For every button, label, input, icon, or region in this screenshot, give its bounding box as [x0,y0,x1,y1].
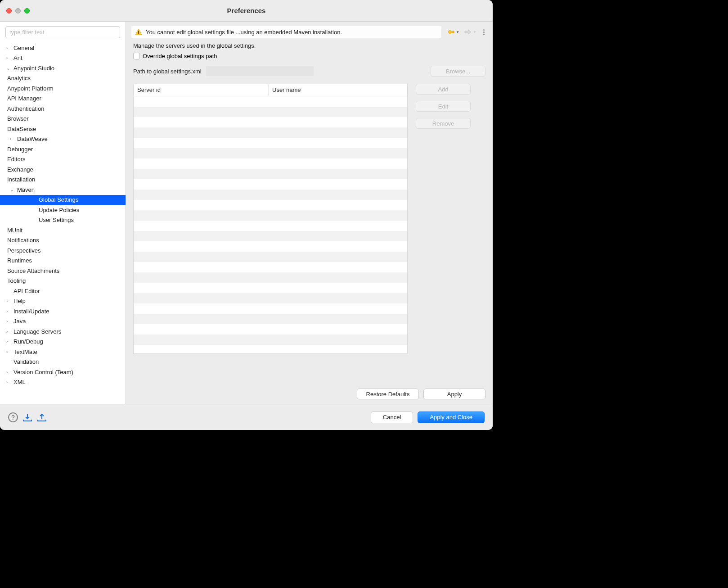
tree-anypoint-platform[interactable]: Anypoint Platform [0,83,126,94]
table-row[interactable] [134,210,407,221]
close-window-button[interactable] [6,8,12,14]
tree-install-update[interactable]: ›Install/Update [0,306,126,317]
table-row[interactable] [134,127,407,138]
sidebar: ›General ›Ant ⌄Anypoint Studio Analytics… [0,22,126,404]
tree-validation[interactable]: Validation [0,357,126,367]
preferences-tree[interactable]: ›General ›Ant ⌄Anypoint Studio Analytics… [0,42,126,404]
tree-tooling[interactable]: Tooling [0,276,126,286]
tree-label: Language Servers [13,328,61,335]
table-row[interactable] [134,335,407,345]
table-row[interactable] [134,96,407,107]
table-row[interactable] [134,283,407,293]
tree-source-attachments[interactable]: Source Attachments [0,266,126,276]
footer: ? Cancel Apply and Close [0,404,493,430]
restore-defaults-button[interactable]: Restore Defaults [357,389,419,399]
tree-dataweave[interactable]: ›DataWeave [0,134,126,145]
tree-installation[interactable]: Installation [0,175,126,185]
tree-textmate[interactable]: ›TextMate [0,347,126,357]
chevron-down-icon[interactable]: ⌄ [6,66,13,71]
table-area: Server id User name [133,84,485,384]
table-row[interactable] [134,158,407,169]
tree-xml[interactable]: ›XML [0,377,126,388]
help-icon[interactable]: ? [8,412,18,422]
tree-munit[interactable]: MUnit [0,225,126,235]
content: Manage the servers used in the global se… [126,42,493,404]
table-row[interactable] [134,314,407,324]
col-user-name[interactable]: User name [269,84,407,96]
table-row[interactable] [134,262,407,272]
tree-runtimes[interactable]: Runtimes [0,256,126,266]
table-row[interactable] [134,241,407,252]
svg-rect-0 [138,31,139,33]
tree-notifications[interactable]: Notifications [0,235,126,246]
export-icon[interactable] [37,413,47,421]
tree-analytics[interactable]: Analytics [0,73,126,84]
tree-api-editor[interactable]: API Editor [0,286,126,296]
tree-label: XML [13,379,26,385]
tree-anypoint-studio[interactable]: ⌄Anypoint Studio [0,63,126,73]
col-server-id[interactable]: Server id [134,84,269,96]
tree-label: Help [13,298,26,304]
table-row[interactable] [134,221,407,231]
tree-java[interactable]: ›Java [0,317,126,327]
tree-maven[interactable]: ⌄Maven [0,185,126,195]
table-row[interactable] [134,293,407,303]
remove-button[interactable]: Remove [416,118,471,129]
tree-version-control[interactable]: ›Version Control (Team) [0,367,126,377]
tree-help[interactable]: ›Help [0,296,126,307]
filter-input[interactable] [5,26,120,38]
table-row[interactable] [134,231,407,241]
tree-editors[interactable]: Editors [0,154,126,165]
tree-global-settings[interactable]: Global Settings [0,195,126,205]
tree-general[interactable]: ›General [0,43,126,53]
tree-ant[interactable]: ›Ant [0,53,126,63]
tree-debugger[interactable]: Debugger [0,144,126,154]
zoom-window-button[interactable] [24,8,30,14]
table-row[interactable] [134,138,407,148]
apply-button[interactable]: Apply [423,389,485,399]
table-row[interactable] [134,179,407,190]
table-row[interactable] [134,303,407,314]
back-button[interactable]: ▼ [446,29,460,35]
tree-perspectives[interactable]: Perspectives [0,245,126,256]
override-checkbox[interactable] [133,53,140,59]
table-row[interactable] [134,117,407,127]
description: Manage the servers used in the global se… [133,42,485,49]
tree-datasense[interactable]: DataSense [0,124,126,134]
tree-authentication[interactable]: Authentication [0,104,126,114]
tree-browser[interactable]: Browser [0,114,126,124]
edit-button[interactable]: Edit [416,101,471,112]
table-row[interactable] [134,107,407,117]
tree-label: DataWeave [17,136,48,142]
tree-label: Update Policies [39,207,79,213]
table-row[interactable] [134,200,407,210]
servers-table[interactable]: Server id User name [133,84,408,354]
tree-run-debug[interactable]: ›Run/Debug [0,337,126,347]
table-row[interactable] [134,148,407,158]
cancel-button[interactable]: Cancel [371,412,413,423]
tree-api-manager[interactable]: API Manager [0,94,126,104]
table-row[interactable] [134,252,407,262]
add-button[interactable]: Add [416,84,471,95]
tree-update-policies[interactable]: Update Policies [0,205,126,215]
table-row[interactable] [134,190,407,200]
tree-label: Java [13,318,26,325]
import-icon[interactable] [22,413,32,421]
view-menu-icon[interactable] [480,29,487,35]
tree-exchange[interactable]: Exchange [0,164,126,175]
table-row[interactable] [134,324,407,335]
minimize-window-button[interactable] [15,8,21,14]
dropdown-icon[interactable]: ▼ [456,30,459,34]
table-row[interactable] [134,345,407,354]
titlebar[interactable]: Preferences [0,0,493,22]
apply-and-close-button[interactable]: Apply and Close [418,412,485,423]
tree-language-servers[interactable]: ›Language Servers [0,326,126,337]
table-row[interactable] [134,169,407,179]
forward-button[interactable]: ▼ [463,29,477,35]
browse-button[interactable]: Browse... [431,66,485,77]
tree-label: Browser [7,115,29,122]
tree-label: User Settings [39,217,74,223]
tree-user-settings[interactable]: User Settings [0,215,126,226]
table-row[interactable] [134,272,407,283]
chevron-down-icon[interactable]: ⌄ [10,187,17,192]
